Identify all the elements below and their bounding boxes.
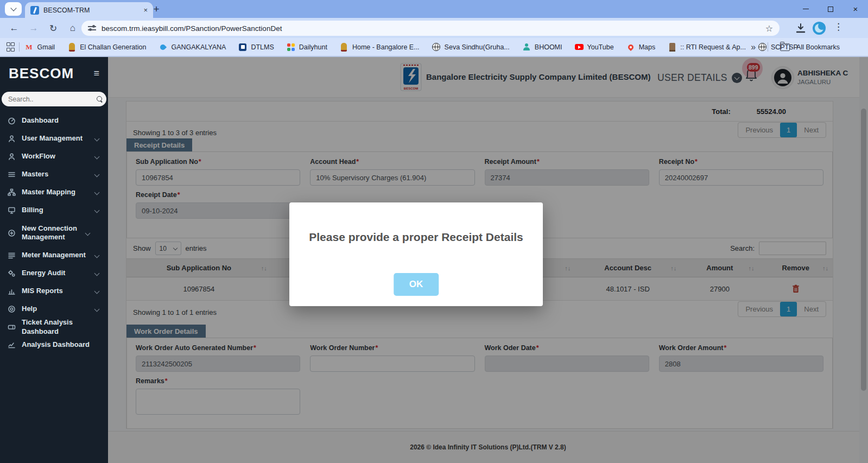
chevron-down-icon (94, 136, 100, 142)
window-controls: × (793, 0, 868, 18)
monitor-icon (8, 206, 22, 214)
bookmark-gangakalyana[interactable]: GANGAKALYANA (159, 43, 226, 52)
list-icon (8, 170, 22, 179)
gears-icon (8, 269, 22, 277)
browser-tab[interactable]: BESCOM-TRM × (25, 2, 153, 18)
sidebar-item-billing[interactable]: Billing (0, 201, 108, 219)
sidebar-item-masters[interactable]: Masters (0, 166, 108, 183)
ok-button[interactable]: OK (394, 273, 439, 296)
chevron-down-icon (94, 154, 100, 160)
bookmark-seva-sindhu[interactable]: Seva Sindhu(Gruha... (432, 43, 510, 52)
sidebar-item-meter-management[interactable]: Meter Management (0, 246, 108, 264)
screen: BESCOM-TRM × + × ← → ↻ ⌂ bescom.trm.ieas… (0, 0, 868, 463)
chevron-down-icon (94, 190, 100, 195)
downloads-button[interactable] (794, 22, 807, 35)
ticket-icon (8, 323, 22, 331)
tab-favicon-icon (30, 6, 39, 15)
sidebar: BESCOM ≡ Dashboard User Management WorkF… (0, 57, 108, 463)
chevron-down-icon (10, 5, 16, 11)
restore-button[interactable] (818, 0, 843, 18)
bookmark-youtube[interactable]: YouTube (575, 43, 614, 52)
chevron-down-icon (94, 271, 100, 276)
bookmark-star-icon[interactable]: ☆ (765, 23, 773, 34)
list-icon (8, 251, 22, 259)
modal-message: Please provide a proper Receipt Details (289, 231, 543, 244)
bookmark-gmail[interactable]: MGmail (25, 43, 55, 52)
new-tab-button[interactable]: + (149, 2, 164, 16)
user-icon (8, 153, 22, 161)
sidebar-item-master-mapping[interactable]: Master Mapping (0, 183, 108, 201)
life-ring-icon (8, 305, 22, 313)
bookmark-maps[interactable]: Maps (626, 43, 656, 52)
sidebar-item-new-connection-management[interactable]: New Connection Management (0, 219, 108, 246)
sidebar-item-analysis-dashboard[interactable]: Analysis Dashboard (0, 336, 108, 354)
tab-title: BESCOM-TRM (43, 7, 139, 14)
globe-icon (432, 43, 441, 52)
bookmark-el-challan[interactable]: El Challan Generation (67, 43, 146, 52)
brand-logo: BESCOM (9, 65, 93, 82)
bookmarks-bar: MGmail El Challan Generation GANGAKALYAN… (0, 38, 868, 56)
home-button[interactable]: ⌂ (65, 21, 80, 36)
chevron-down-icon (94, 208, 100, 213)
divider (19, 42, 20, 52)
chevron-down-icon (94, 289, 100, 294)
gmail-icon: M (25, 43, 34, 52)
main-area: BESCOM Bangalore Electricity Supply Comp… (108, 57, 868, 463)
droplet-icon (159, 43, 167, 52)
alert-modal: Please provide a proper Receipt Details … (289, 202, 543, 306)
all-bookmarks-button[interactable]: All Bookmarks (796, 43, 840, 51)
sidebar-search[interactable] (2, 92, 106, 106)
search-icon (97, 96, 103, 103)
tab-close-icon[interactable]: × (143, 6, 148, 14)
sidebar-item-help[interactable]: Help (0, 300, 108, 318)
reload-button[interactable]: ↻ (46, 21, 61, 36)
sidebar-item-energy-audit[interactable]: Energy Audit (0, 264, 108, 282)
browser-menu-button[interactable]: ⋮ (834, 21, 843, 33)
person-icon (522, 43, 531, 52)
emblem-icon (340, 43, 349, 52)
sitemap-icon (8, 188, 22, 196)
bookmark-rti[interactable]: :: RTI Request & Ap... (668, 43, 746, 52)
line-chart-icon (8, 341, 22, 349)
profile-avatar[interactable] (813, 22, 826, 35)
map-pin-icon (626, 43, 635, 52)
gauge-icon (8, 117, 22, 125)
site-settings-icon[interactable] (88, 24, 96, 32)
sidebar-item-mis-reports[interactable]: MIS Reports (0, 282, 108, 300)
close-window-button[interactable]: × (843, 0, 868, 18)
bookmark-bhoomi[interactable]: BHOOMI (522, 43, 562, 52)
url-text[interactable]: bescom.trm.ieasybill.com/PSanction/Power… (102, 24, 760, 33)
sidebar-item-ticket-analysis-dashboard[interactable]: Ticket Analysis Dashboard (0, 318, 108, 336)
tab-search-button[interactable] (5, 2, 22, 16)
divider (768, 42, 768, 52)
back-button[interactable]: ← (7, 21, 22, 36)
minimize-button[interactable] (793, 0, 818, 18)
sidebar-search-input[interactable] (7, 95, 97, 104)
user-icon (8, 135, 22, 143)
browser-toolbar: ← → ↻ ⌂ bescom.trm.ieasybill.com/PSancti… (0, 18, 868, 38)
folder-icon (780, 43, 790, 51)
chevron-down-icon (94, 307, 100, 312)
browser-tab-strip: BESCOM-TRM × + × (0, 0, 868, 18)
forward-button[interactable]: → (26, 21, 41, 36)
emblem-icon (668, 43, 676, 52)
bookmark-dtlms[interactable]: DTLMS (238, 43, 274, 52)
sidebar-item-workflow[interactable]: WorkFlow (0, 148, 108, 166)
bookmarks-overflow-button[interactable]: » (751, 42, 756, 52)
youtube-icon (575, 43, 584, 52)
dailyhunt-icon (287, 43, 295, 52)
address-bar[interactable]: bescom.trm.ieasybill.com/PSanction/Power… (81, 21, 780, 36)
apps-grid-icon[interactable] (7, 42, 14, 52)
bookmark-dailyhunt[interactable]: Dailyhunt (287, 43, 327, 52)
bookmark-home-bangalore[interactable]: Home - Bangalore E... (340, 43, 420, 52)
sidebar-item-dashboard[interactable]: Dashboard (0, 112, 108, 130)
emblem-icon (67, 43, 76, 52)
menu-toggle-icon[interactable]: ≡ (93, 68, 99, 79)
chevron-down-icon (94, 172, 100, 177)
chevron-down-icon (85, 230, 91, 236)
bar-chart-icon (8, 287, 22, 295)
plus-circle-icon (8, 229, 22, 237)
sidebar-item-user-management[interactable]: User Management (0, 130, 108, 148)
dtlms-icon (238, 43, 247, 52)
chevron-down-icon (94, 253, 100, 258)
